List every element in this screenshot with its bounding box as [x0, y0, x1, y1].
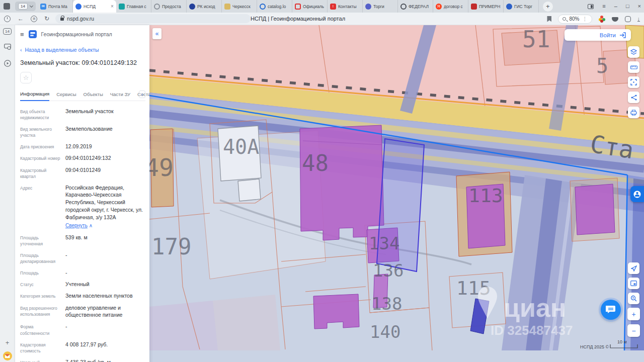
chat-icon [606, 305, 616, 314]
select-area-button[interactable] [628, 76, 639, 88]
restore-icon[interactable]: □ [626, 4, 629, 9]
geolocation-button[interactable] [628, 262, 639, 274]
new-tab-button[interactable]: + [543, 2, 553, 12]
map-parcel-label: 138 [371, 294, 402, 314]
yandex-mail-icon[interactable] [3, 351, 12, 360]
tinted-parcel [149, 301, 218, 350]
side-panel-icon[interactable] [588, 4, 594, 9]
nspd-logo-icon [29, 30, 37, 38]
tab-favicon-icon [119, 4, 125, 10]
lock-icon [60, 18, 64, 21]
browser-tab[interactable]: ГИС Торг × [504, 0, 539, 13]
download-icon[interactable]: ↓ [637, 16, 640, 22]
map-area[interactable]: 514940А481131791341361151381405 Ста циан… [149, 25, 644, 362]
browser-tab[interactable]: Я договор с × [433, 0, 468, 13]
address-bar[interactable]: nspd.gov.ru [55, 14, 251, 23]
tab-label: Почта Ма [48, 4, 70, 9]
share-button[interactable] [628, 92, 639, 103]
browser-tab[interactable]: Официаль × [292, 0, 328, 13]
play-icon[interactable] [4, 60, 11, 69]
tab-label: РК исход [197, 4, 219, 9]
zoom-in-button[interactable]: + [627, 308, 640, 320]
panorama-button[interactable] [630, 186, 644, 202]
field-value: 7 436,23 руб./кв. м ∧ [65, 358, 145, 362]
tab-favicon-icon: ! [330, 4, 336, 10]
profile-icon[interactable] [625, 16, 631, 22]
zoom-control[interactable]: 80% ⋮ [558, 15, 592, 24]
svg-text:ID 325487437: ID 325487437 [491, 323, 573, 338]
browser-tab[interactable]: ФЕДЕРАЛ × [398, 0, 433, 13]
tab-close-icon[interactable]: × [111, 4, 114, 9]
shade-extension-icon[interactable] [612, 17, 618, 22]
collapse-link[interactable]: Свернуть ∧ [65, 222, 145, 229]
field-label: Вид разрешенного использования [20, 304, 60, 319]
field-value: - ∧ [65, 251, 145, 265]
back-icon[interactable]: ← [18, 16, 24, 22]
star-icon: ☆ [23, 74, 29, 81]
login-button[interactable]: Войти [565, 29, 631, 41]
field-value: - ∧ [65, 323, 145, 336]
object-title: Земельный участок: 09:04:0101249:132 [20, 59, 145, 66]
screenshot-icon[interactable] [4, 43, 11, 52]
menu-icon[interactable]: ≡ [20, 31, 24, 38]
layers-button[interactable] [628, 46, 639, 58]
field-value: Земельный участок ∧ [65, 108, 145, 121]
chat-button[interactable] [601, 300, 621, 320]
field-row: Площадь декларированная - ∧ [20, 251, 145, 265]
zoom-level: 80% [569, 16, 579, 22]
field-row: Удельный показатель кадастровой стоимост… [20, 358, 145, 362]
browser-menu-icon[interactable]: ≡ [602, 4, 605, 9]
browser-tab[interactable]: Предоста × [151, 0, 187, 13]
tabs-scroll-right-button[interactable]: › [139, 90, 145, 98]
field-value: 4 008 127,97 руб. ∧ [65, 341, 145, 354]
tab-favicon-icon [189, 4, 195, 10]
cadastral-map[interactable]: 514940А481131791341361151381405 Ста циан… [149, 25, 644, 350]
tab-group-chip[interactable]: 14 [15, 2, 36, 11]
bookmark-icon[interactable] [547, 16, 551, 22]
tab-favicon-icon [260, 4, 266, 10]
browser-tab[interactable]: catalog.lo × [257, 0, 292, 13]
browser-tabs: ✉ Почта Ма × НСПД × Главная с × Предоста… [38, 0, 539, 13]
tab-label: Контакты [338, 4, 360, 9]
close-icon[interactable]: × [638, 4, 641, 9]
minimap-icon [630, 281, 637, 286]
field-row: Адрес Российская Федерация, Карачаево-Че… [20, 184, 145, 229]
panel-tab[interactable]: Сервисы [56, 89, 76, 101]
tab-counter-badge[interactable]: 14 [3, 28, 12, 35]
field-row: Категория земель Земли населенных пункто… [20, 292, 145, 300]
tab-label: НСПД [84, 4, 109, 9]
add-panel-icon[interactable]: + [6, 339, 10, 346]
browser-tab[interactable]: ! Контакты × [328, 0, 363, 13]
browser-tab[interactable]: НСПД × [73, 0, 116, 13]
minimize-icon[interactable]: – [614, 4, 617, 9]
browser-tab[interactable]: Торги × [363, 0, 398, 13]
back-link[interactable]: ‹ Назад в выделенные объекты [20, 47, 145, 53]
panel-tab[interactable]: Объекты [84, 89, 103, 101]
browser-tab[interactable]: Черкесск × [222, 0, 257, 13]
more-icon[interactable]: ⋮ [583, 16, 588, 22]
pinned-tab[interactable] [0, 0, 13, 13]
select-area-icon [630, 79, 637, 85]
print-button[interactable] [628, 107, 639, 118]
minimap-button[interactable] [628, 278, 639, 289]
browser-tab[interactable]: РК исход × [187, 0, 222, 13]
browser-tab[interactable]: ✉ Почта Ма × [38, 0, 73, 13]
panel-tab[interactable]: Части ЗУ [110, 89, 130, 101]
history-icon[interactable] [4, 16, 11, 22]
measure-button[interactable] [628, 61, 639, 73]
panel-collapse-button[interactable]: « [152, 28, 162, 39]
yandex-icon[interactable]: Я [31, 16, 37, 22]
favorite-button[interactable]: ☆ [20, 72, 32, 83]
reload-icon[interactable]: ↻ [44, 16, 49, 22]
browser-tab[interactable]: Главная с × [116, 0, 151, 13]
extension-flower-icon[interactable] [599, 16, 605, 22]
browser-tab[interactable]: ПРИМЕРН × [468, 0, 504, 13]
field-row: Вид разрешенного использования деловое у… [20, 304, 145, 319]
tab-label: Главная с [127, 4, 148, 9]
tab-label: ГИС Торг [514, 4, 536, 9]
map-parcel-label: 49 [149, 153, 174, 182]
field-row: Кадастровая стоимость 4 008 127,97 руб. … [20, 341, 145, 354]
panel-tab[interactable]: Информация [20, 88, 49, 101]
coordinate-search-button[interactable] [628, 293, 639, 304]
zoom-out-button[interactable]: − [627, 324, 640, 337]
